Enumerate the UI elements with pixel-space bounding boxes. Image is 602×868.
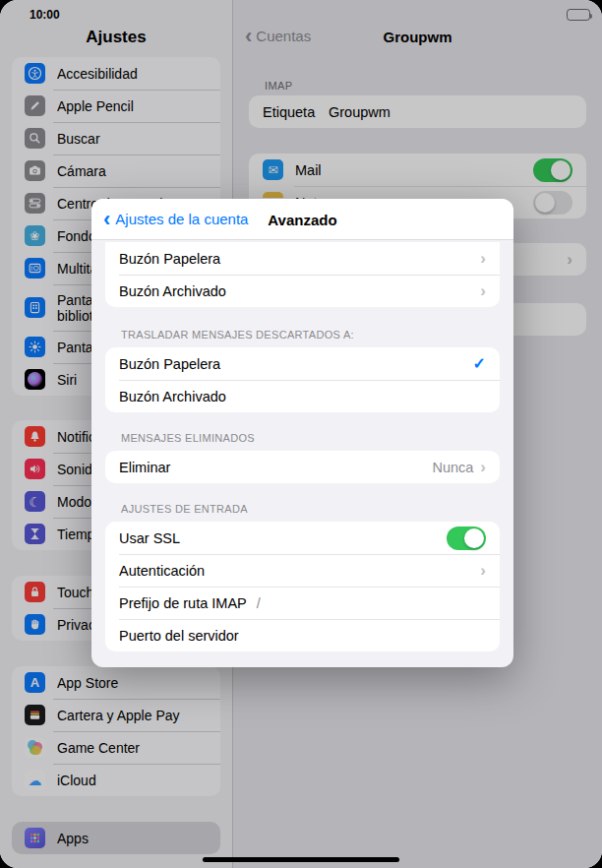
bell-icon: [25, 426, 45, 447]
chevron-right-icon: ›: [480, 459, 486, 475]
sidebar-group-4: A App Store Cartera y Apple Pay Game Cen…: [12, 666, 220, 796]
modal-title: Avanzado: [91, 212, 513, 228]
moon-icon: ☾: [25, 491, 45, 512]
row-label: Prefijo de ruta IMAP: [119, 595, 247, 611]
wallpaper-icon: ❀: [25, 225, 45, 246]
buzon-archivado-row[interactable]: Buzón Archivado ›: [105, 275, 500, 307]
avanzado-modal: ‹Ajustes de la cuenta Avanzado Buzón Pap…: [91, 199, 513, 667]
checkmark-icon: ✓: [473, 354, 486, 373]
sidebar-item-label: Accesibilidad: [57, 66, 212, 82]
etiqueta-label: Etiqueta: [263, 104, 329, 120]
etiqueta-value: Groupwm: [329, 104, 391, 120]
sidebar-item-icloud[interactable]: ☁ iCloud: [12, 764, 220, 796]
accessibility-icon: [25, 63, 45, 84]
wallet-icon: [25, 705, 45, 725]
sidebar-item-game-center[interactable]: Game Center: [12, 731, 220, 764]
battery-icon: [567, 9, 590, 21]
hand-icon: [25, 614, 45, 635]
eliminar-row[interactable]: Eliminar Nunca ›: [105, 451, 500, 483]
ipad-screen: 10:00 Ajustes Accesibilidad Apple Pencil…: [0, 0, 602, 868]
etiqueta-card: Etiqueta Groupwm: [249, 95, 586, 128]
modal-header: ‹Ajustes de la cuenta Avanzado: [91, 199, 513, 240]
etiqueta-row[interactable]: Etiqueta Groupwm: [249, 95, 586, 128]
control-center-icon: [25, 193, 45, 214]
sidebar-item-label: Apple Pencil: [57, 98, 212, 114]
icloud-icon: ☁: [25, 770, 45, 790]
sidebar-group-5: Apps: [12, 822, 220, 854]
detail-title: Groupwm: [233, 29, 602, 45]
deleted-section-header: MENSAJES ELIMINADOS: [121, 432, 498, 444]
brightness-icon: [25, 337, 45, 357]
sidebar-item-label: Apps: [57, 831, 212, 846]
sidebar-item-label: Game Center: [57, 740, 212, 756]
incoming-section-header: AJUSTES DE ENTRADA: [121, 503, 498, 515]
sidebar-item-buscar[interactable]: Buscar: [12, 122, 220, 155]
chevron-right-icon: ›: [567, 251, 572, 268]
sidebar-item-camara[interactable]: Cámara: [12, 155, 220, 187]
chevron-right-icon: ›: [480, 562, 486, 579]
sidebar-item-label: App Store: [57, 675, 212, 691]
apps-icon: [25, 828, 45, 848]
incoming-card: Usar SSL Autenticación › Prefijo de ruta…: [105, 522, 500, 651]
search-icon: [25, 128, 45, 149]
row-label: Autenticación: [119, 563, 205, 579]
chevron-right-icon: ›: [480, 282, 486, 299]
speaker-icon: [25, 459, 45, 479]
sidebar-item-cartera[interactable]: Cartera y Apple Pay: [12, 699, 220, 731]
eliminar-value: Nunca: [432, 460, 473, 475]
mail-toggle[interactable]: [533, 158, 572, 182]
row-label: Puerto del servidor: [119, 628, 239, 644]
sidebar-item-label: iCloud: [57, 773, 212, 788]
usar-ssl-row: Usar SSL: [105, 522, 500, 554]
sidebar-item-label: Buscar: [57, 131, 212, 147]
siri-icon: [25, 369, 45, 390]
autenticacion-row[interactable]: Autenticación ›: [105, 554, 500, 587]
row-label: Buzón Archivado: [119, 283, 226, 299]
row-label: Buzón Papelera: [119, 356, 220, 372]
mail-label: Mail: [295, 162, 533, 178]
pencil-icon: [25, 95, 45, 116]
home-screen-icon: [25, 297, 45, 318]
lock-icon: [25, 582, 45, 602]
multitask-icon: [25, 258, 45, 279]
prefijo-ruta-imap-row[interactable]: Prefijo de ruta IMAP /: [105, 587, 500, 619]
buzon-papelera-row[interactable]: Buzón Papelera ›: [105, 242, 500, 275]
status-bar: 10:00: [0, 0, 602, 24]
sidebar-item-apps[interactable]: Apps: [12, 822, 220, 854]
notes-toggle[interactable]: [533, 191, 572, 215]
sidebar-item-accesibilidad[interactable]: Accesibilidad: [12, 57, 220, 90]
imap-path-prefix-field[interactable]: /: [257, 595, 261, 611]
app-store-icon: A: [25, 672, 45, 693]
discard-option-papelera[interactable]: Buzón Papelera ✓: [105, 347, 500, 380]
camera-icon: [25, 160, 45, 181]
game-center-icon: [25, 737, 45, 758]
hourglass-icon: [25, 524, 45, 544]
puerto-servidor-row[interactable]: Puerto del servidor: [105, 619, 500, 651]
row-label: Usar SSL: [119, 530, 180, 546]
mail-toggle-row: ✉ Mail: [249, 154, 586, 186]
mail-icon: ✉: [263, 159, 283, 180]
clock: 10:00: [30, 8, 60, 22]
row-label: Eliminar: [119, 460, 170, 475]
home-indicator[interactable]: [203, 857, 399, 862]
row-label: Buzón Papelera: [119, 251, 220, 267]
discard-options-card: Buzón Papelera ✓ Buzón Archivado: [105, 347, 500, 412]
imap-section-header: IMAP: [265, 80, 586, 92]
discard-section-header: TRASLADAR MENSAJES DESCARTADOS A:: [121, 329, 498, 341]
deleted-card: Eliminar Nunca ›: [105, 451, 500, 483]
chevron-right-icon: ›: [480, 250, 486, 267]
sidebar-item-label: Cámara: [57, 163, 212, 179]
mailbox-group-card: Buzón Papelera › Buzón Archivado ›: [105, 242, 500, 307]
discard-option-archivado[interactable]: Buzón Archivado: [105, 380, 500, 412]
sidebar-item-app-store[interactable]: A App Store: [12, 666, 220, 699]
sidebar-item-label: Cartera y Apple Pay: [57, 708, 212, 723]
row-label: Buzón Archivado: [119, 389, 226, 404]
sidebar-item-apple-pencil[interactable]: Apple Pencil: [12, 90, 220, 122]
ssl-toggle[interactable]: [447, 527, 486, 550]
